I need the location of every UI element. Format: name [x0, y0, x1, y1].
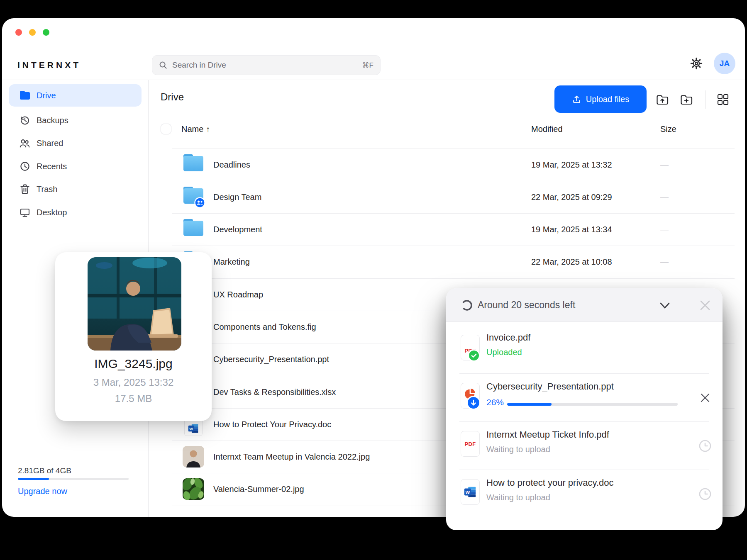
- sort-ascending-icon: ↑: [206, 124, 210, 134]
- column-header-modified: Modified: [531, 124, 563, 134]
- preview-size: 17.5 MB: [55, 393, 212, 404]
- shared-users-icon: [19, 138, 30, 149]
- upload-progress-panel: Around 20 seconds left PDF Invoice.pdf U…: [446, 288, 723, 530]
- search-bar[interactable]: ⌘F: [152, 55, 381, 75]
- spinner-icon: [461, 299, 473, 311]
- upload-item-divider: [459, 373, 709, 374]
- grid-view-icon[interactable]: [716, 93, 730, 106]
- maximize-window-button[interactable]: [43, 29, 49, 36]
- svg-text:W: W: [466, 490, 470, 495]
- waiting-clock-icon: [698, 439, 712, 453]
- upload-time-remaining: Around 20 seconds left: [478, 288, 575, 322]
- upload-folder-icon[interactable]: [656, 93, 669, 106]
- waiting-clock-icon: [698, 487, 712, 501]
- photo-thumbnail: [183, 478, 204, 500]
- svg-text:W: W: [189, 426, 193, 431]
- upload-icon: [572, 95, 581, 104]
- sidebar-item-drive[interactable]: Drive: [9, 84, 142, 107]
- upload-progress-bar: [507, 403, 678, 406]
- backup-history-icon: [19, 115, 30, 126]
- shared-folder-icon: [183, 186, 204, 208]
- gear-icon[interactable]: [690, 57, 703, 70]
- avatar-initials: JA: [720, 59, 730, 68]
- folder-icon: [183, 219, 204, 240]
- header-divider: [2, 80, 745, 80]
- folder-icon: [19, 90, 30, 101]
- search-shortcut: ⌘F: [362, 61, 374, 70]
- sidebar-item-label: Backups: [37, 116, 68, 125]
- uploading-arrow-icon: [466, 396, 481, 410]
- preview-filename: IMG_3245.jpg: [55, 357, 212, 371]
- uploaded-check-icon: [468, 349, 480, 362]
- folder-icon: [183, 154, 204, 175]
- table-row[interactable]: Deadlines 19 Mar, 2025 at 13:32 —: [0, 149, 747, 181]
- upload-progress-fill: [507, 403, 552, 406]
- sidebar-item-label: Drive: [37, 91, 56, 100]
- chevron-down-icon[interactable]: [658, 299, 672, 312]
- table-row[interactable]: Design Team 22 Mar, 2025 at 09:29 —: [0, 181, 747, 213]
- desktop-background: INTERNXT ⌘F JA Drive Backups: [0, 0, 747, 560]
- cancel-upload-icon[interactable]: [699, 392, 711, 404]
- minimize-window-button[interactable]: [29, 29, 36, 36]
- upload-files-label: Upload files: [586, 95, 630, 104]
- sidebar-item-backups[interactable]: Backups: [9, 109, 142, 131]
- upload-files-button[interactable]: Upload files: [554, 85, 647, 113]
- search-input[interactable]: [171, 60, 358, 70]
- search-icon: [159, 61, 167, 69]
- new-folder-icon[interactable]: [680, 93, 693, 106]
- shared-badge-icon: [194, 197, 205, 208]
- close-icon[interactable]: [698, 298, 713, 313]
- table-row[interactable]: Development 19 Mar, 2025 at 13:34 —: [0, 213, 747, 246]
- preview-date: 3 Mar, 2025 13:32: [55, 377, 212, 388]
- word-file-icon: W: [461, 479, 480, 505]
- internxt-logo: INTERNXT: [17, 60, 81, 70]
- column-header-size: Size: [660, 124, 676, 134]
- column-header-name[interactable]: Name ↑: [181, 124, 210, 134]
- preview-image: [88, 257, 181, 351]
- close-window-button[interactable]: [15, 29, 22, 36]
- avatar[interactable]: JA: [714, 53, 735, 74]
- toolbar-divider: [706, 90, 706, 109]
- sidebar-item-label: Shared: [37, 139, 63, 148]
- select-all-checkbox[interactable]: [161, 124, 171, 134]
- photo-thumbnail: [183, 446, 204, 467]
- page-title: Drive: [161, 91, 184, 103]
- upload-item-divider: [459, 421, 709, 422]
- upload-item-divider: [459, 470, 709, 470]
- pdf-file-icon: PDF: [461, 431, 480, 457]
- upload-panel-header: Around 20 seconds left: [446, 288, 723, 322]
- file-preview-card: IMG_3245.jpg 3 Mar, 2025 13:32 17.5 MB: [55, 252, 212, 421]
